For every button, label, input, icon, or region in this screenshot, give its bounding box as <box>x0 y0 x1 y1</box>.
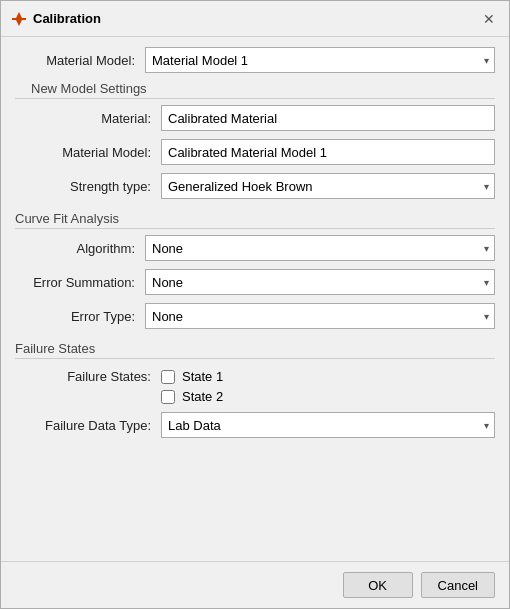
material-model-select-wrapper: Material Model 1 ▾ <box>145 47 495 73</box>
error-summation-control: None ▾ <box>145 269 495 295</box>
failure-data-type-select-wrapper: Lab Data ▾ <box>161 412 495 438</box>
state2-checkbox[interactable] <box>161 390 175 404</box>
error-summation-row: Error Summation: None ▾ <box>15 269 495 295</box>
dialog-title: Calibration <box>33 11 101 26</box>
title-bar: Calibration ✕ <box>1 1 509 37</box>
svg-marker-2 <box>16 20 22 26</box>
material-control <box>161 105 495 131</box>
failure-data-type-control: Lab Data ▾ <box>161 412 495 438</box>
ok-button[interactable]: OK <box>343 572 413 598</box>
material-model-label: Material Model: <box>15 53 145 68</box>
strength-type-select-wrapper: Generalized Hoek Brown ▾ <box>161 173 495 199</box>
error-summation-select[interactable]: None <box>145 269 495 295</box>
material-label: Material: <box>31 111 161 126</box>
failure-states-header: Failure States <box>15 341 495 359</box>
error-summation-select-wrapper: None ▾ <box>145 269 495 295</box>
failure-data-type-label: Failure Data Type: <box>31 418 161 433</box>
state1-checkbox[interactable] <box>161 370 175 384</box>
new-material-model-label: Material Model: <box>31 145 161 160</box>
strength-type-control: Generalized Hoek Brown ▾ <box>161 173 495 199</box>
strength-type-label: Strength type: <box>31 179 161 194</box>
dialog-footer: OK Cancel <box>1 561 509 608</box>
new-model-settings-header: New Model Settings <box>15 81 495 99</box>
state1-label: State 1 <box>182 369 223 384</box>
error-type-select[interactable]: None <box>145 303 495 329</box>
algorithm-label: Algorithm: <box>15 241 145 256</box>
curve-fit-header: Curve Fit Analysis <box>15 211 495 229</box>
strength-type-select[interactable]: Generalized Hoek Brown <box>161 173 495 199</box>
title-bar-left: Calibration <box>11 11 101 27</box>
material-row: Material: <box>31 105 495 131</box>
failure-states-checkboxes: State 1 State 2 <box>161 369 495 404</box>
error-type-control: None ▾ <box>145 303 495 329</box>
error-type-label: Error Type: <box>15 309 145 324</box>
new-material-model-control <box>161 139 495 165</box>
algorithm-select-wrapper: None ▾ <box>145 235 495 261</box>
svg-rect-0 <box>12 18 26 20</box>
list-item: State 2 <box>161 389 495 404</box>
failure-data-type-row: Failure Data Type: Lab Data ▾ <box>31 412 495 438</box>
failure-states-row: Failure States: State 1 State 2 <box>31 365 495 404</box>
calibration-icon <box>11 11 27 27</box>
algorithm-select[interactable]: None <box>145 235 495 261</box>
strength-type-row: Strength type: Generalized Hoek Brown ▾ <box>31 173 495 199</box>
error-type-select-wrapper: None ▾ <box>145 303 495 329</box>
dialog-body: Material Model: Material Model 1 ▾ New M… <box>1 37 509 561</box>
state2-label: State 2 <box>182 389 223 404</box>
svg-marker-1 <box>16 12 22 18</box>
material-model-row: Material Model: Material Model 1 ▾ <box>15 47 495 73</box>
cancel-button[interactable]: Cancel <box>421 572 495 598</box>
error-summation-label: Error Summation: <box>15 275 145 290</box>
new-material-model-input[interactable] <box>161 139 495 165</box>
material-model-select[interactable]: Material Model 1 <box>145 47 495 73</box>
algorithm-control: None ▾ <box>145 235 495 261</box>
new-material-model-row: Material Model: <box>31 139 495 165</box>
material-model-control: Material Model 1 ▾ <box>145 47 495 73</box>
algorithm-row: Algorithm: None ▾ <box>15 235 495 261</box>
list-item: State 1 <box>161 369 495 384</box>
calibration-dialog: Calibration ✕ Material Model: Material M… <box>0 0 510 609</box>
error-type-row: Error Type: None ▾ <box>15 303 495 329</box>
failure-data-type-select[interactable]: Lab Data <box>161 412 495 438</box>
failure-states-label: Failure States: <box>31 369 161 384</box>
checkbox-group: State 1 State 2 <box>161 369 495 404</box>
failure-states-body: Failure States: State 1 State 2 <box>15 365 495 438</box>
material-input[interactable] <box>161 105 495 131</box>
new-model-settings-body: Material: Material Model: Strength type: <box>15 105 495 199</box>
close-button[interactable]: ✕ <box>479 9 499 29</box>
